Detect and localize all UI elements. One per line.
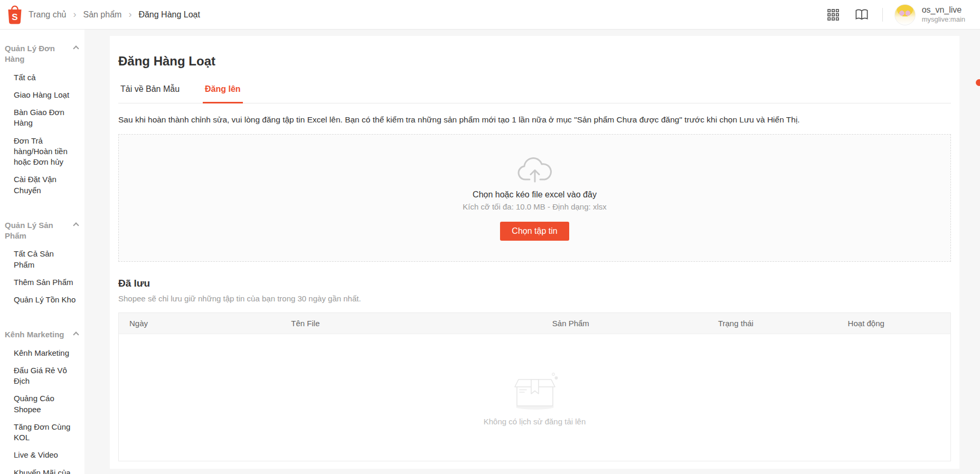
- file-dropzone[interactable]: Chọn hoặc kéo file excel vào đây Kích cỡ…: [118, 134, 951, 262]
- sidebar-item[interactable]: Quảng Cáo Shopee: [14, 393, 76, 415]
- sidebar-section: Quản Lý Sản PhẩmTất Cả Sản PhẩmThêm Sản …: [5, 220, 78, 306]
- sidebar-item[interactable]: Live & Video: [14, 450, 76, 460]
- table-empty-state: Không có lịch sử đăng tải lên: [119, 334, 950, 461]
- sidebar-item[interactable]: Khuyến Mãi của Shop: [14, 468, 76, 474]
- breadcrumb-item: Đăng Hàng Loạt: [138, 10, 200, 20]
- sidebar-item[interactable]: Quản Lý Tồn Kho: [14, 295, 76, 305]
- sidebar-item[interactable]: Đấu Giá Rẻ Vô Địch: [14, 365, 76, 387]
- saved-section-title: Đã lưu: [118, 278, 951, 289]
- user-block[interactable]: os_vn_live mysglive:main: [922, 5, 965, 24]
- shopee-logo-icon[interactable]: S: [4, 5, 25, 25]
- dropzone-hint: Kích cỡ tối đa: 10.0 MB - Định dạng: xls…: [463, 202, 606, 211]
- main-area: Đăng Hàng Loạt Tải về Bản MẫuĐăng lên Sa…: [84, 30, 980, 474]
- breadcrumb: Trang chủ›Sản phẩm›Đăng Hàng Loạt: [29, 9, 200, 20]
- table-column-header: Tên File: [291, 319, 552, 328]
- breadcrumb-separator-icon: ›: [73, 9, 76, 20]
- saved-files-table: NgàyTên FileSản PhẩmTrạng tháiHoạt động: [118, 312, 951, 461]
- table-column-header: Sản Phẩm: [552, 319, 718, 328]
- sidebar-item[interactable]: Cài Đặt Vận Chuyển: [14, 174, 76, 196]
- sidebar-item[interactable]: Tất cả: [14, 72, 76, 83]
- choose-file-button[interactable]: Chọn tập tin: [500, 222, 569, 241]
- saved-section-subtitle: Shopee sẽ chỉ lưu giữ những tập tin của …: [118, 294, 951, 303]
- sidebar-section: Quản Lý Đơn HàngTất cảGiao Hàng LoạtBàn …: [5, 43, 78, 196]
- user-shop-id: mysglive:main: [922, 15, 965, 24]
- avatar[interactable]: [894, 4, 916, 25]
- sidebar-section-title: Kênh Marketing: [5, 329, 64, 340]
- sidebar-item[interactable]: Đơn Trả hàng/Hoàn tiền hoặc Đơn hủy: [14, 136, 76, 168]
- sidebar-item[interactable]: Kênh Marketing: [14, 348, 76, 358]
- sidebar-item[interactable]: Tăng Đơn Cùng KOL: [14, 422, 76, 443]
- sidebar-item[interactable]: Bàn Giao Đơn Hàng: [14, 107, 76, 129]
- page-title: Đăng Hàng Loạt: [118, 54, 951, 69]
- tab-bar: Tải về Bản MẫuĐăng lên: [118, 84, 951, 103]
- chevron-up-icon: [73, 332, 79, 338]
- chevron-up-icon: [73, 45, 79, 51]
- sidebar-section-title: Quản Lý Đơn Hàng: [5, 43, 67, 65]
- apps-grid-icon[interactable]: [826, 8, 840, 22]
- sidebar-item[interactable]: Thêm Sản Phẩm: [14, 277, 76, 288]
- sidebar-section-title: Quản Lý Sản Phẩm: [5, 220, 67, 242]
- breadcrumb-separator-icon: ›: [128, 9, 131, 20]
- breadcrumb-item[interactable]: Trang chủ: [29, 10, 66, 20]
- empty-box-icon: [512, 369, 558, 412]
- sidebar-item[interactable]: Giao Hàng Loạt: [14, 90, 76, 100]
- svg-text:S: S: [12, 12, 17, 22]
- sidebar-section-header[interactable]: Quản Lý Đơn Hàng: [5, 43, 78, 65]
- guide-book-icon[interactable]: [855, 8, 869, 22]
- table-column-header: Trạng thái: [718, 319, 848, 328]
- sidebar-section: Kênh MarketingKênh MarketingĐấu Giá Rẻ V…: [5, 329, 78, 474]
- edge-notification-dot[interactable]: [976, 79, 980, 86]
- top-header: S Trang chủ›Sản phẩm›Đăng Hàng Loạt os_v…: [0, 0, 980, 30]
- user-name: os_vn_live: [922, 5, 965, 15]
- empty-history-text: Không có lịch sử đăng tải lên: [484, 417, 586, 426]
- tab[interactable]: Tải về Bản Mẫu: [118, 84, 182, 103]
- table-column-header: Hoạt động: [848, 319, 950, 328]
- breadcrumb-item[interactable]: Sản phẩm: [83, 10, 121, 20]
- sidebar-section-header[interactable]: Kênh Marketing: [5, 329, 78, 340]
- sidebar-item[interactable]: Tất Cả Sản Phẩm: [14, 249, 76, 270]
- tab[interactable]: Đăng lên: [203, 84, 243, 103]
- bulk-upload-card: Đăng Hàng Loạt Tải về Bản MẫuĐăng lên Sa…: [110, 36, 959, 469]
- table-column-header: Ngày: [129, 319, 291, 328]
- table-header-row: NgàyTên FileSản PhẩmTrạng tháiHoạt động: [119, 313, 950, 334]
- chevron-up-icon: [73, 222, 79, 228]
- cloud-upload-icon: [517, 155, 553, 184]
- upload-instructions: Sau khi hoàn thành chỉnh sửa, vui lòng đ…: [118, 115, 951, 125]
- sidebar-nav: Quản Lý Đơn HàngTất cảGiao Hàng LoạtBàn …: [0, 30, 84, 474]
- sidebar-section-header[interactable]: Quản Lý Sản Phẩm: [5, 220, 78, 242]
- dropzone-prompt: Chọn hoặc kéo file excel vào đây: [473, 190, 597, 200]
- header-divider: [882, 8, 883, 22]
